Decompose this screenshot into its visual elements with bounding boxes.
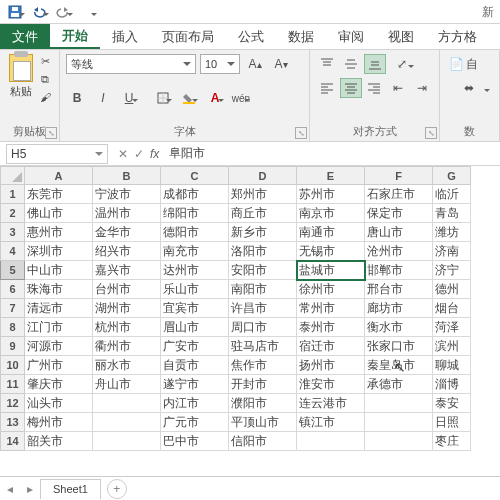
align-center-button[interactable] <box>340 78 362 98</box>
cell[interactable]: 日照 <box>433 413 471 432</box>
cell[interactable]: 廊坊市 <box>365 299 433 318</box>
col-header[interactable]: D <box>229 167 297 185</box>
row-header[interactable]: 9 <box>1 337 25 356</box>
cell[interactable]: 宁波市 <box>93 185 161 204</box>
cell[interactable]: 张家口市 <box>365 337 433 356</box>
cell[interactable]: 河源市 <box>25 337 93 356</box>
cell[interactable]: 广州市 <box>25 356 93 375</box>
worksheet-grid[interactable]: ABCDEFG1东莞市宁波市成都市郑州市苏州市石家庄市临沂2佛山市温州市绵阳市商… <box>0 166 500 451</box>
tab-sq[interactable]: 方方格 <box>426 24 489 49</box>
cell[interactable]: 衢州市 <box>93 337 161 356</box>
cell[interactable]: 焦作市 <box>229 356 297 375</box>
align-middle-button[interactable] <box>340 54 362 74</box>
row-header[interactable]: 12 <box>1 394 25 413</box>
cell[interactable]: 丽水市 <box>93 356 161 375</box>
cell[interactable]: 平顶山市 <box>229 413 297 432</box>
row-header[interactable]: 11 <box>1 375 25 394</box>
cell[interactable]: 新乡市 <box>229 223 297 242</box>
cell[interactable]: 宜宾市 <box>161 299 229 318</box>
cell[interactable]: 绍兴市 <box>93 242 161 261</box>
new-sheet-button[interactable]: + <box>107 479 127 499</box>
cell[interactable]: 自贡市 <box>161 356 229 375</box>
cell[interactable]: 濮阳市 <box>229 394 297 413</box>
cell[interactable]: 临沂 <box>433 185 471 204</box>
wrap-text-button[interactable]: 📄自 <box>446 54 492 74</box>
underline-button[interactable]: U <box>118 88 140 108</box>
borders-button[interactable] <box>152 88 174 108</box>
font-color-button[interactable]: A <box>204 88 226 108</box>
cell[interactable]: 周口市 <box>229 318 297 337</box>
cell[interactable]: 沧州市 <box>365 242 433 261</box>
col-header[interactable]: B <box>93 167 161 185</box>
cell[interactable]: 衡水市 <box>365 318 433 337</box>
cell[interactable]: 商丘市 <box>229 204 297 223</box>
qat-customize[interactable] <box>76 2 98 22</box>
cell[interactable]: 济南 <box>433 242 471 261</box>
row-header[interactable]: 6 <box>1 280 25 299</box>
phonetic-button[interactable]: wén <box>230 88 252 108</box>
redo-button[interactable] <box>52 2 74 22</box>
cell[interactable]: 温州市 <box>93 204 161 223</box>
cell[interactable]: 枣庄 <box>433 432 471 451</box>
cell[interactable]: 金华市 <box>93 223 161 242</box>
row-header[interactable]: 7 <box>1 299 25 318</box>
cell[interactable]: 常州市 <box>297 299 365 318</box>
cell[interactable] <box>93 394 161 413</box>
col-header[interactable]: A <box>25 167 93 185</box>
cell[interactable] <box>365 394 433 413</box>
clipboard-launcher[interactable]: ⤡ <box>45 127 57 139</box>
cell[interactable] <box>93 413 161 432</box>
cell[interactable]: 德阳市 <box>161 223 229 242</box>
cell[interactable]: 开封市 <box>229 375 297 394</box>
col-header[interactable]: C <box>161 167 229 185</box>
cell[interactable]: 台州市 <box>93 280 161 299</box>
cell[interactable]: 泰安 <box>433 394 471 413</box>
cell[interactable]: 中山市 <box>25 261 93 280</box>
orientation-button[interactable]: ⤢ <box>388 54 416 74</box>
tab-view[interactable]: 视图 <box>376 24 426 49</box>
font-size-combo[interactable]: 10 <box>200 54 240 74</box>
row-header[interactable]: 4 <box>1 242 25 261</box>
cell[interactable]: 唐山市 <box>365 223 433 242</box>
increase-indent-button[interactable]: ⇥ <box>411 78 433 98</box>
cell[interactable]: 许昌市 <box>229 299 297 318</box>
cell[interactable]: 淮安市 <box>297 375 365 394</box>
cell[interactable]: 杭州市 <box>93 318 161 337</box>
tab-file[interactable]: 文件 <box>0 24 50 49</box>
row-header[interactable]: 5 <box>1 261 25 280</box>
cell[interactable]: 信阳市 <box>229 432 297 451</box>
cell[interactable]: 邢台市 <box>365 280 433 299</box>
select-all-cell[interactable] <box>1 167 25 185</box>
cell[interactable]: 南通市 <box>297 223 365 242</box>
merge-button[interactable]: ⬌ <box>446 78 492 98</box>
tab-layout[interactable]: 页面布局 <box>150 24 226 49</box>
cell[interactable]: 广安市 <box>161 337 229 356</box>
row-header[interactable]: 10 <box>1 356 25 375</box>
cell[interactable]: 绵阳市 <box>161 204 229 223</box>
cell[interactable]: 乐山市 <box>161 280 229 299</box>
cell[interactable]: 郑州市 <box>229 185 297 204</box>
cell[interactable]: 无锡市 <box>297 242 365 261</box>
cell[interactable]: 汕头市 <box>25 394 93 413</box>
cell[interactable]: 承德市 <box>365 375 433 394</box>
undo-button[interactable] <box>28 2 50 22</box>
row-header[interactable]: 13 <box>1 413 25 432</box>
cell[interactable]: 盐城市 <box>297 261 365 280</box>
cell[interactable]: 安阳市 <box>229 261 297 280</box>
decrease-font-button[interactable]: A▾ <box>270 54 292 74</box>
cell[interactable]: 淄博 <box>433 375 471 394</box>
cell[interactable]: 烟台 <box>433 299 471 318</box>
cell[interactable]: 菏泽 <box>433 318 471 337</box>
cut-button[interactable]: ✂ <box>37 54 53 68</box>
tab-home[interactable]: 开始 <box>50 24 100 49</box>
cell[interactable]: 徐州市 <box>297 280 365 299</box>
cell[interactable] <box>297 432 365 451</box>
formula-bar[interactable]: 阜阳市 <box>165 145 500 162</box>
cell[interactable] <box>365 413 433 432</box>
cell[interactable]: 清远市 <box>25 299 93 318</box>
cell[interactable]: 石家庄市 <box>365 185 433 204</box>
cell[interactable]: 成都市 <box>161 185 229 204</box>
cell[interactable]: 江门市 <box>25 318 93 337</box>
cell[interactable]: 内江市 <box>161 394 229 413</box>
cell[interactable]: 深圳市 <box>25 242 93 261</box>
